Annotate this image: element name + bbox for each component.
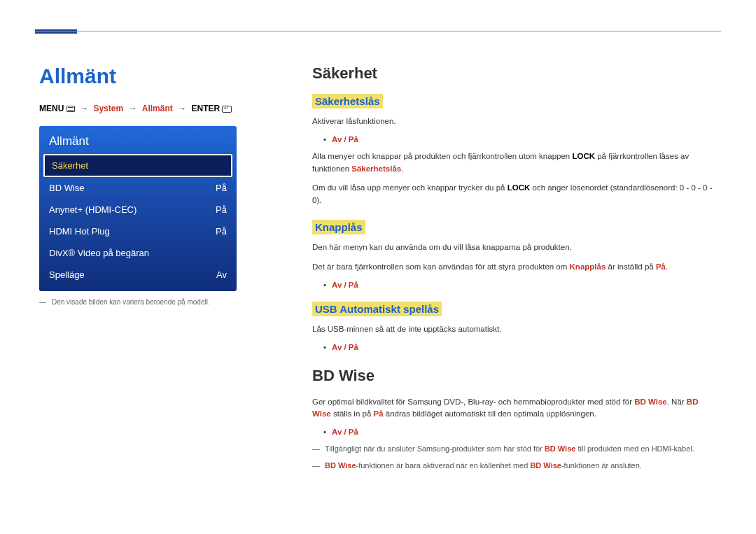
button-lock-block: Knapplås Den här menyn kan du använda om… — [312, 220, 717, 289]
red-bdwise: BD Wise — [634, 398, 667, 406]
button-lock-options: Av / På — [312, 281, 717, 289]
text: Alla menyer och knappar på produkten och… — [312, 152, 572, 160]
enter-icon — [222, 106, 232, 113]
right-column: Säkerhet Säkerhetslås Aktiverar låsfunkt… — [312, 64, 717, 487]
osd-row-spellage[interactable]: Spelläge Av — [39, 264, 237, 286]
page-accent-bar — [35, 29, 77, 34]
text: till produkten med en HDMI-kabel. — [575, 444, 694, 453]
text: . — [666, 262, 668, 271]
text: Om du vill låsa upp menyer och knappar t… — [312, 183, 507, 192]
red-pa: På — [373, 409, 383, 418]
osd-row-label: Spelläge — [49, 269, 85, 280]
arrow-icon: → — [77, 104, 91, 113]
osd-row-value: På — [216, 204, 227, 215]
usb-lock-block: USB Automatiskt spellås Lås USB-minnen s… — [312, 302, 717, 351]
red-bdwise: BD Wise — [325, 461, 356, 470]
bdwise-title: BD Wise — [312, 367, 717, 385]
bold-lock: LOCK — [507, 183, 531, 192]
menu-icon — [66, 106, 75, 112]
osd-row-label: BD Wise — [49, 183, 85, 193]
osd-row-divx[interactable]: DivX® Video på begäran — [39, 242, 237, 264]
security-lock-p2: Om du vill låsa upp menyer och knappar t… — [312, 182, 717, 207]
breadcrumb: MENU → System → Allmänt → ENTER — [39, 104, 270, 113]
option-text: Av / På — [332, 428, 358, 436]
security-lock-block: Säkerhetslås Aktiverar låsfunktionen. Av… — [312, 94, 717, 207]
left-column: Allmänt MENU → System → Allmänt → ENTER … — [39, 64, 270, 487]
osd-row-label: HDMI Hot Plug — [49, 226, 110, 237]
red-sakerhetslas: Säkerhetslås — [351, 164, 401, 173]
page-top-rule — [35, 31, 721, 31]
text: -funktionen är ansluten. — [561, 461, 642, 470]
text: ställs in på — [331, 409, 374, 418]
option-text: Av / På — [332, 281, 358, 289]
breadcrumb-system: System — [93, 104, 123, 113]
bdwise-section: BD Wise Ger optimal bildkvalitet för Sam… — [312, 367, 717, 472]
osd-row-sakerhet[interactable]: Säkerhet — [43, 154, 232, 177]
option-text: Av / På — [332, 135, 358, 143]
text: Det är bara fjärrkontrollen som kan anvä… — [312, 262, 570, 271]
osd-row-value: På — [216, 183, 227, 193]
red-knapplas: Knapplås — [570, 262, 606, 271]
osd-row-label: Anynet+ (HDMI-CEC) — [49, 204, 136, 215]
bold-lock: LOCK — [572, 152, 595, 160]
text: Tillgängligt när du ansluter Samsung-pro… — [325, 444, 545, 453]
usb-lock-p1: Lås USB-minnen så att de inte upptäcks a… — [312, 323, 717, 336]
option-text: Av / På — [332, 343, 358, 351]
arrow-icon: → — [125, 104, 139, 113]
text: ändras bildläget automatiskt till den op… — [384, 409, 596, 418]
osd-row-anynet[interactable]: Anynet+ (HDMI-CEC) På — [39, 199, 237, 220]
text: . När — [667, 398, 687, 406]
osd-row-value: På — [216, 226, 227, 237]
button-lock-heading: Knapplås — [312, 220, 365, 234]
bdwise-p1: Ger optimal bildkvalitet för Samsung DVD… — [312, 396, 717, 421]
osd-row-value: Av — [216, 269, 227, 280]
button-lock-p1: Den här menyn kan du använda om du vill … — [312, 241, 717, 254]
text: . — [401, 164, 403, 173]
osd-panel: Allmänt Säkerhet BD Wise På Anynet+ (HDM… — [39, 126, 237, 291]
security-lock-heading: Säkerhetslås — [312, 94, 383, 108]
usb-lock-options: Av / På — [312, 343, 717, 351]
text: Ger optimal bildkvalitet för Samsung DVD… — [312, 398, 634, 406]
red-bdwise: BD Wise — [530, 461, 561, 470]
osd-row-bdwise[interactable]: BD Wise På — [39, 177, 237, 199]
breadcrumb-allmant: Allmänt — [142, 104, 173, 113]
osd-header: Allmänt — [39, 126, 237, 154]
security-lock-intro: Aktiverar låsfunktionen. — [312, 115, 717, 128]
image-caption: Den visade bilden kan variera beroende p… — [39, 298, 237, 306]
red-pa: På — [656, 262, 666, 271]
text: -funktionen är bara aktiverad när en käl… — [356, 461, 531, 470]
osd-row-label: DivX® Video på begäran — [49, 248, 149, 258]
arrow-icon: → — [175, 104, 189, 113]
red-bdwise: BD Wise — [545, 444, 576, 453]
usb-lock-heading: USB Automatiskt spellås — [312, 302, 442, 316]
bdwise-options: Av / På — [312, 428, 717, 436]
security-lock-p1: Alla menyer och knappar på produkten och… — [312, 150, 717, 176]
breadcrumb-menu-label: MENU — [39, 104, 64, 113]
osd-row-hdmihotplug[interactable]: HDMI Hot Plug På — [39, 220, 237, 242]
osd-row-label: Säkerhet — [52, 160, 88, 171]
page-title: Allmänt — [39, 64, 270, 88]
security-section: Säkerhet Säkerhetslås Aktiverar låsfunkt… — [312, 64, 717, 351]
security-title: Säkerhet — [312, 64, 717, 83]
text: är inställd på — [606, 262, 656, 271]
breadcrumb-enter-label: ENTER — [191, 104, 220, 113]
bdwise-note1: Tillgängligt när du ansluter Samsung-pro… — [312, 443, 717, 456]
button-lock-p2: Det är bara fjärrkontrollen som kan anvä… — [312, 261, 717, 274]
security-lock-options: Av / På — [312, 135, 717, 143]
bdwise-note2: BD Wise-funktionen är bara aktiverad när… — [312, 460, 717, 472]
